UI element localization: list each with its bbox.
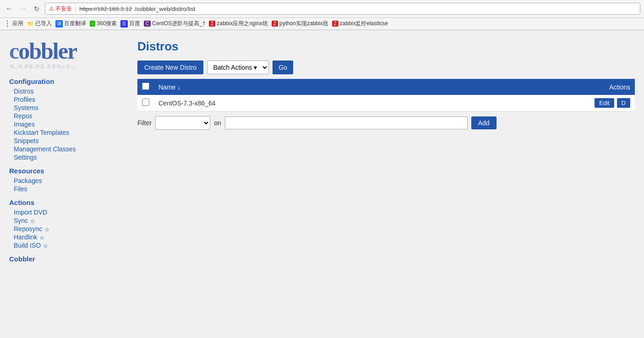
sidebar-item-files[interactable]: Files bbox=[9, 185, 124, 193]
filter-on-label: on bbox=[214, 119, 221, 127]
bookmark-translate[interactable]: 译 百度翻译 bbox=[55, 20, 86, 28]
sidebar-item-systems[interactable]: Systems bbox=[9, 104, 124, 112]
centos-icon: C bbox=[144, 21, 151, 27]
select-all-header bbox=[137, 79, 154, 95]
separator: | bbox=[75, 5, 76, 13]
actions-column-header: Actions bbox=[438, 79, 635, 95]
distro-name-cell: CentOS-7.3-x86_64 bbox=[154, 95, 438, 111]
360-icon: ○ bbox=[90, 21, 95, 27]
address-bar[interactable]: ⚠ 不安全 | https://192.168.3.12/cobbler_web… bbox=[45, 3, 640, 15]
apps-icon: ⋮ bbox=[4, 19, 11, 28]
logo-reflection: cobbler bbox=[9, 65, 124, 69]
bookmark-baidu[interactable]: 百 百度 bbox=[120, 20, 140, 28]
sidebar-item-management-classes[interactable]: Management Classes bbox=[9, 145, 124, 153]
page-content: cobbler cobbler Configuration Distros Pr… bbox=[0, 30, 644, 332]
filter-label: Filter bbox=[137, 119, 152, 127]
browser-toolbar: ← → ↻ ⚠ 不安全 | https://192.168.3.12/cobbl… bbox=[0, 0, 644, 18]
table-row: CentOS-7.3-x86_64 Edit D bbox=[137, 95, 635, 111]
sidebar-item-distros[interactable]: Distros bbox=[9, 87, 124, 95]
folder-icon: 📁 bbox=[27, 21, 34, 27]
sidebar-section-actions: Actions bbox=[9, 199, 124, 206]
back-button[interactable]: ← bbox=[4, 3, 15, 14]
sidebar-item-packages[interactable]: Packages bbox=[9, 177, 124, 185]
select-all-checkbox[interactable] bbox=[142, 83, 149, 90]
page-title: Distros bbox=[137, 39, 635, 54]
sidebar-item-import-dvd[interactable]: Import DVD bbox=[9, 208, 124, 216]
sidebar-section-cobbler: Cobbler bbox=[9, 255, 124, 263]
zabbix-nginx-icon: Z bbox=[209, 21, 215, 27]
sidebar-item-snippets[interactable]: Snippets bbox=[9, 137, 124, 145]
batch-actions-select[interactable]: Batch Actions ▾ bbox=[207, 61, 269, 74]
sidebar-item-repos[interactable]: Repos bbox=[9, 112, 124, 120]
zabbix-elastic-icon: Z bbox=[332, 21, 338, 27]
zabbix-python-icon: Z bbox=[272, 21, 278, 27]
forward-button[interactable]: → bbox=[17, 3, 28, 14]
distros-table: Name ↓ Actions CentOS-7.3-x86_64 Edit D bbox=[137, 79, 635, 111]
delete-button[interactable]: D bbox=[617, 98, 630, 108]
sidebar-item-hardlink[interactable]: Hardlink ☼ bbox=[9, 233, 124, 241]
sidebar-item-sync[interactable]: Sync ☼ bbox=[9, 216, 124, 225]
add-filter-button[interactable]: Add bbox=[471, 116, 497, 129]
filter-select[interactable] bbox=[155, 116, 210, 130]
browser-chrome: ← → ↻ ⚠ 不安全 | https://192.168.3.12/cobbl… bbox=[0, 0, 644, 30]
bookmark-centos[interactable]: C CentOS进阶与提高_† bbox=[144, 20, 205, 28]
bookmark-zabbix-elastic[interactable]: Z zabbix监控elasticse bbox=[332, 20, 388, 28]
reload-button[interactable]: ↻ bbox=[31, 3, 42, 14]
toolbar: Create New Distro Batch Actions ▾ Go bbox=[137, 61, 635, 74]
sidebar-item-settings[interactable]: Settings bbox=[9, 153, 124, 161]
filter-input[interactable] bbox=[225, 116, 468, 129]
translate-icon: 译 bbox=[55, 20, 63, 28]
sidebar-item-images[interactable]: Images bbox=[9, 120, 124, 128]
sidebar-item-kickstart-templates[interactable]: Kickstart Templates bbox=[9, 128, 124, 137]
bookmark-zabbix-python[interactable]: Z python实现zabbix批 bbox=[272, 20, 328, 28]
distro-name: CentOS-7.3-x86_64 bbox=[158, 100, 216, 107]
sidebar: cobbler cobbler Configuration Distros Pr… bbox=[0, 30, 128, 332]
table-header-row: Name ↓ Actions bbox=[137, 79, 635, 95]
create-new-distro-button[interactable]: Create New Distro bbox=[137, 61, 203, 74]
go-button[interactable]: Go bbox=[273, 61, 293, 74]
name-column-header[interactable]: Name ↓ bbox=[154, 79, 438, 95]
security-warning-text: 不安全 bbox=[55, 5, 72, 13]
row-checkbox[interactable] bbox=[142, 99, 149, 106]
security-warning: ⚠ 不安全 bbox=[49, 5, 72, 13]
bookmark-apps[interactable]: ⋮ 应用 bbox=[4, 19, 23, 28]
sidebar-item-build-iso[interactable]: Build ISO ☼ bbox=[9, 241, 124, 249]
bookmark-360[interactable]: ○ 360搜索 bbox=[90, 20, 117, 28]
url-path: /cobbler_web/distro/list bbox=[135, 6, 195, 12]
cobbler-logo: cobbler bbox=[9, 39, 124, 62]
distro-actions-cell: Edit D bbox=[438, 95, 635, 111]
sidebar-section-resources: Resources bbox=[9, 167, 124, 175]
baidu-icon: 百 bbox=[120, 20, 128, 28]
row-checkbox-cell bbox=[137, 95, 154, 111]
sidebar-item-reposync[interactable]: Reposync ☼ bbox=[9, 225, 124, 233]
edit-button[interactable]: Edit bbox=[595, 98, 614, 108]
bookmarks-bar: ⋮ 应用 📁 已导入 译 百度翻译 ○ 360搜索 百 百度 C CentOS进… bbox=[0, 18, 644, 30]
sidebar-section-configuration: Configuration bbox=[9, 78, 124, 85]
main-content: Distros Create New Distro Batch Actions … bbox=[128, 30, 644, 332]
warning-icon: ⚠ bbox=[49, 6, 54, 12]
url-secure-host: https://192.168.3.12 bbox=[79, 6, 132, 12]
bookmark-zabbix-nginx[interactable]: Z zabbix应用之nginx统 bbox=[209, 20, 267, 28]
sidebar-item-profiles[interactable]: Profiles bbox=[9, 95, 124, 104]
logo-wrapper: cobbler cobbler bbox=[9, 39, 124, 71]
filter-row: Filter on Add bbox=[137, 116, 635, 130]
bookmark-imported[interactable]: 📁 已导入 bbox=[27, 20, 52, 28]
